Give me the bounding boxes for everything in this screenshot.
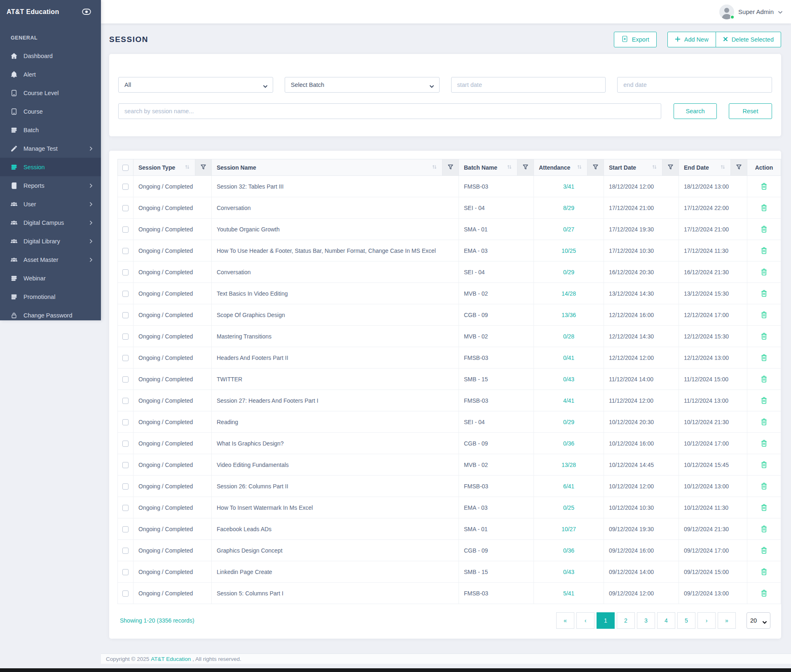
delete-selected-button[interactable]: Delete Selected [716,32,781,47]
user-menu[interactable]: Super Admin [719,5,783,19]
add-new-button[interactable]: Add New [667,32,716,47]
row-checkbox[interactable] [122,226,129,233]
delete-row-button[interactable] [759,267,769,277]
sort-icon[interactable] [577,164,582,171]
end-date-input[interactable] [617,77,772,93]
row-checkbox[interactable] [122,569,129,575]
attendance-link[interactable]: 3/41 [563,183,574,190]
sidebar-item-change-password[interactable]: Change Password [0,306,101,324]
attendance-link[interactable]: 0/27 [563,226,574,233]
row-checkbox[interactable] [122,548,129,554]
column-header-session-type[interactable]: Session Type [133,159,195,176]
delete-row-button[interactable] [759,245,769,256]
search-button[interactable]: Search [674,103,717,119]
filter-funnel-icon[interactable] [195,159,212,176]
filter-funnel-icon[interactable] [662,159,679,176]
column-header-end-date[interactable]: End Date [679,159,731,176]
sidebar-item-session[interactable]: Session [0,158,101,176]
attendance-link[interactable]: 10/27 [562,526,576,532]
session-search-input[interactable] [118,103,661,119]
row-checkbox[interactable] [122,483,129,490]
last-page-button[interactable]: » [718,612,736,629]
sidebar-item-course[interactable]: Course [0,102,101,121]
delete-row-button[interactable] [759,224,769,234]
filter-funnel-icon[interactable] [442,159,459,176]
per-page-select[interactable]: 20 [747,612,770,629]
attendance-link[interactable]: 13/28 [562,462,576,468]
delete-row-button[interactable] [759,481,769,491]
attendance-link[interactable]: 0/28 [563,333,574,340]
select-all-checkbox[interactable] [122,165,129,171]
delete-row-button[interactable] [759,352,769,363]
row-checkbox[interactable] [122,419,129,425]
row-checkbox[interactable] [122,526,129,532]
row-checkbox[interactable] [122,334,129,340]
sidebar-item-webinar[interactable]: Webinar [0,269,101,287]
batch-select[interactable]: Select Batch [285,77,440,93]
sidebar-item-digital-library[interactable]: Digital Library [0,232,101,250]
sort-icon[interactable] [507,164,512,171]
export-button[interactable]: Export [614,32,657,47]
page-button-4[interactable]: 4 [657,612,675,629]
delete-row-button[interactable] [759,417,769,427]
sidebar-item-promotional[interactable]: Promotional [0,287,101,306]
attendance-link[interactable]: 13/36 [562,312,576,318]
delete-row-button[interactable] [759,203,769,213]
sidebar-item-dashboard[interactable]: Dashboard [0,47,101,65]
sort-icon[interactable] [432,164,437,171]
first-page-button[interactable]: « [556,612,574,629]
row-checkbox[interactable] [122,248,129,254]
sort-icon[interactable] [720,164,725,171]
sidebar-item-digital-campus[interactable]: Digital Campus [0,213,101,232]
attendance-link[interactable]: 0/29 [563,269,574,275]
delete-row-button[interactable] [759,374,769,384]
delete-row-button[interactable] [759,502,769,513]
row-checkbox[interactable] [122,184,129,190]
sidebar-item-reports[interactable]: Reports [0,176,101,195]
delete-row-button[interactable] [759,524,769,534]
attendance-link[interactable]: 0/36 [563,547,574,554]
attendance-link[interactable]: 6/41 [563,483,574,490]
filter-funnel-icon[interactable] [517,159,534,176]
sidebar-item-batch[interactable]: Batch [0,121,101,139]
page-button-2[interactable]: 2 [617,612,635,629]
reset-button[interactable]: Reset [729,103,772,119]
row-checkbox[interactable] [122,291,129,297]
sidebar-item-course-level[interactable]: Course Level [0,84,101,102]
row-checkbox[interactable] [122,269,129,275]
start-date-input[interactable] [451,77,606,93]
row-checkbox[interactable] [122,462,129,468]
attendance-link[interactable]: 0/36 [563,440,574,447]
sidebar-item-asset-master[interactable]: Asset Master [0,250,101,269]
sidebar-item-alert[interactable]: Alert [0,65,101,84]
sidebar-item-manage-test[interactable]: Manage Test [0,139,101,158]
filter-funnel-icon[interactable] [587,159,604,176]
row-checkbox[interactable] [122,505,129,511]
column-header-attendance[interactable]: Attendance [534,159,587,176]
delete-row-button[interactable] [759,545,769,555]
delete-row-button[interactable] [759,310,769,320]
delete-row-button[interactable] [759,288,769,299]
row-checkbox[interactable] [122,398,129,404]
session-type-select[interactable]: All [118,77,273,93]
sort-icon[interactable] [185,164,190,171]
filter-funnel-icon[interactable] [731,159,747,176]
delete-row-button[interactable] [759,181,769,191]
row-checkbox[interactable] [122,205,129,211]
row-checkbox[interactable] [122,376,129,383]
column-header-start-date[interactable]: Start Date [604,159,662,176]
delete-row-button[interactable] [759,567,769,577]
attendance-link[interactable]: 0/41 [563,355,574,361]
row-checkbox[interactable] [122,441,129,447]
attendance-link[interactable]: 8/29 [563,205,574,211]
column-header-batch-name[interactable]: Batch Name [459,159,517,176]
delete-row-button[interactable] [759,395,769,406]
sidebar-toggle-icon[interactable] [82,7,91,16]
attendance-link[interactable]: 14/28 [562,290,576,297]
attendance-link[interactable]: 0/29 [563,419,574,425]
prev-page-button[interactable]: ‹ [576,612,594,629]
attendance-link[interactable]: 10/25 [562,247,576,254]
delete-row-button[interactable] [759,438,769,448]
attendance-link[interactable]: 0/43 [563,569,574,575]
delete-row-button[interactable] [759,331,769,341]
